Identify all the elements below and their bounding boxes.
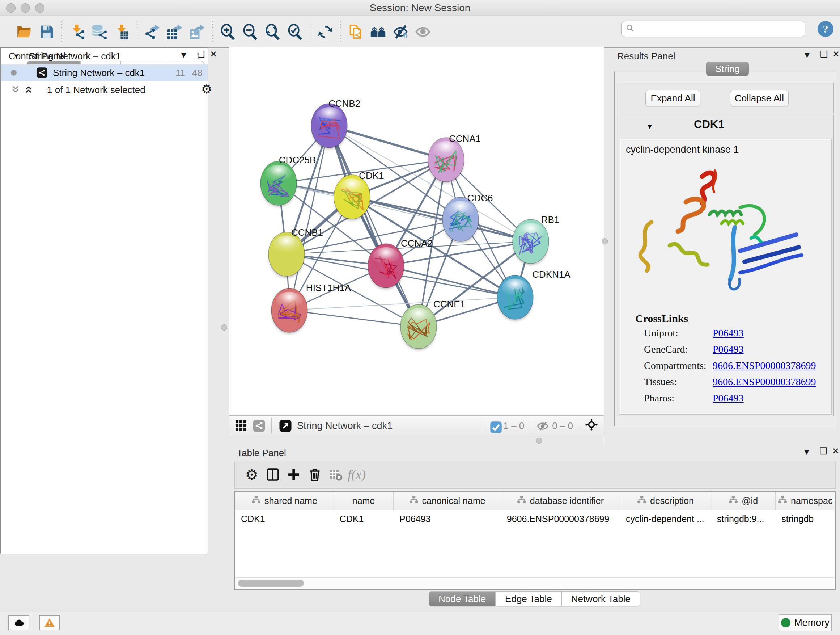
show-columns-icon[interactable] [262,466,283,484]
export-image-icon[interactable] [186,22,208,42]
table-options-gear-icon[interactable]: ⚙ [241,466,262,484]
results-panel-close-icon[interactable]: ✕ [832,50,840,59]
search-field[interactable] [622,21,805,37]
search-input[interactable] [637,24,805,35]
tab-string[interactable]: String [706,62,749,76]
crosslink-link[interactable]: P06493 [713,344,744,355]
memory-button[interactable]: Memory [778,614,832,631]
warning-button[interactable] [39,615,60,630]
results-panel-float-icon[interactable]: ❑ [820,50,828,59]
close-window-button[interactable] [6,3,16,13]
minimize-window-button[interactable] [21,3,30,13]
scrollbar-thumb[interactable] [238,580,304,587]
zoom-fit-icon[interactable] [261,22,284,42]
table-row[interactable]: CDK1CDK1P064939606.ENSP00000378699cyclin… [235,510,835,527]
table-cell[interactable]: CDK1 [334,514,394,524]
export-network-icon[interactable] [141,22,164,42]
network-node-cdc25b[interactable] [261,161,297,207]
crosslink-link[interactable]: P06493 [713,393,744,404]
tab-network-table[interactable]: Network Table [561,591,640,606]
table-panel-float-icon[interactable]: ❑ [820,447,828,455]
network-node-cdkn1a[interactable] [497,275,533,321]
gene-expander-icon[interactable]: ▼ [646,122,653,131]
crosslink-link[interactable]: 9606.ENSP00000378699 [713,376,816,388]
detach-view-icon[interactable] [279,419,292,432]
bottom-splitter-handle[interactable] [536,438,542,444]
column-header-shared-name[interactable]: shared name [235,492,334,510]
network-collection-row[interactable]: ▼ String Network – cdk1 1 [1,48,208,65]
network-node-hist1h1a[interactable] [271,288,308,334]
collapse-all-icon[interactable] [11,85,25,94]
table-cell[interactable]: P06493 [393,514,501,524]
import-network-icon[interactable] [66,22,88,42]
memory-label: Memory [794,617,829,629]
zoom-selected-icon[interactable] [284,22,306,42]
protein-structure-image [632,160,820,305]
collapse-all-button[interactable]: Collapse All [730,90,789,106]
save-session-icon[interactable] [35,22,58,42]
network-node-rb1[interactable] [513,219,549,265]
network-graph[interactable]: CCNB2CCNA1CDC25BCDK1CDC6RB1CCNB1CCNA2CDK… [229,47,604,415]
column-header-database-identifier[interactable]: database identifier [501,492,620,510]
network-share-icon[interactable] [253,419,265,432]
add-column-icon[interactable] [283,466,304,484]
network-node-ccnb2[interactable] [311,103,347,149]
horizontal-scrollbar[interactable] [236,578,834,589]
left-splitter-handle[interactable] [221,325,227,331]
network-node-ccnb1[interactable] [268,232,305,278]
network-edge[interactable] [289,297,515,310]
network-row[interactable]: String Network – cdk1 11 48 [1,65,208,81]
table-cell[interactable]: CDK1 [235,514,334,524]
open-session-icon[interactable] [13,22,35,42]
collection-expander-icon[interactable]: ▼ [13,52,19,60]
control-panel-close-icon[interactable]: ✕ [210,50,217,59]
import-database-icon[interactable] [88,22,111,42]
expand-all-icon[interactable] [24,85,38,94]
network-node-cdc6[interactable] [442,197,478,243]
hidden-node-edge-count: 0 – 0 [552,420,573,432]
zoom-out-icon[interactable] [239,22,261,42]
table-cell[interactable]: cyclin-dependent ... [620,514,711,524]
column-header-canonical-name[interactable]: canonical name [393,492,501,510]
network-canvas[interactable]: CCNB2CCNA1CDC25BCDK1CDC6RB1CCNB1CCNA2CDK… [229,47,604,415]
delete-column-icon[interactable] [304,466,325,484]
results-panel-collapse-icon[interactable]: ▼ [803,51,812,59]
export-table-icon[interactable] [164,22,186,42]
network-node-ccna2[interactable] [368,244,404,289]
fit-crosshair-icon[interactable] [585,418,600,433]
network-node-ccna1[interactable] [428,138,464,183]
refresh-icon[interactable] [314,22,336,42]
column-header-namespac[interactable]: namespac [775,492,835,510]
first-neighbors-icon[interactable] [367,22,389,42]
help-button[interactable]: ? [817,20,834,38]
birds-eye-grid-icon[interactable] [234,419,248,432]
selected-checkbox-icon[interactable] [489,421,500,431]
network-node-cdk1[interactable] [334,175,370,220]
expand-all-button[interactable]: Expand All [645,90,700,106]
tab-node-table[interactable]: Node Table [429,591,496,606]
crosslink-link[interactable]: 9606.ENSP00000378699 [713,360,816,371]
network-options-gear-icon[interactable]: ⚙ [201,82,212,96]
network-edge[interactable] [329,126,418,326]
column-header--id[interactable]: @id [711,492,776,510]
zoom-window-button[interactable] [35,3,44,13]
column-header-description[interactable]: description [620,492,711,510]
tab-edge-table[interactable]: Edge Table [495,591,562,606]
table-cell[interactable]: stringdb [775,514,835,524]
import-table-icon[interactable] [111,22,133,42]
table-cell[interactable]: 9606.ENSP00000378699 [501,514,620,524]
table-panel-collapse-icon[interactable]: ▼ [802,448,811,456]
zoom-in-icon[interactable] [216,22,239,42]
network-edge[interactable] [352,197,531,241]
table-panel-close-icon[interactable]: ✕ [832,447,839,455]
function-builder-icon: f(x) [346,466,367,484]
network-edge[interactable] [289,310,418,326]
network-node-ccne1[interactable] [401,304,437,350]
cloud-button[interactable] [8,615,29,630]
show-all-icon[interactable] [412,22,434,42]
column-header-name[interactable]: name [334,492,394,510]
table-cell[interactable]: stringdb:9... [711,514,776,524]
duplicate-network-icon[interactable] [344,22,367,42]
hide-selected-icon[interactable] [389,22,412,42]
crosslink-link[interactable]: P06493 [713,327,744,339]
